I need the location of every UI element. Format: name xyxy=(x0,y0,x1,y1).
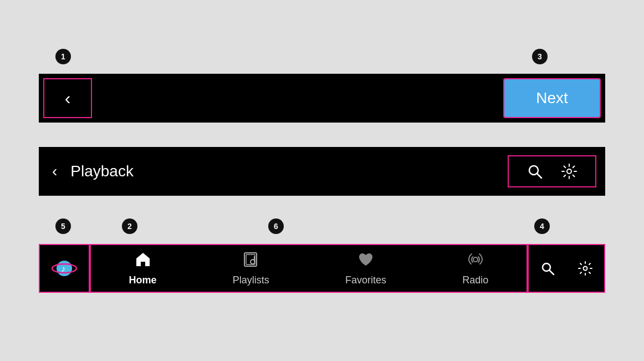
top-bar: ‹ Next xyxy=(39,74,605,123)
svg-line-12 xyxy=(550,271,554,275)
nav-item-radio[interactable]: Radio xyxy=(449,246,502,291)
settings-button-bottom[interactable] xyxy=(573,258,597,278)
home-icon xyxy=(134,251,152,272)
second-bar: ‹ Playback xyxy=(39,147,605,196)
chevron-left-icon: ‹ xyxy=(65,88,71,109)
annotation-4: 4 xyxy=(534,218,550,234)
back-button-top[interactable]: ‹ xyxy=(43,78,92,118)
logo-area[interactable]: ♪ xyxy=(39,244,90,293)
back-button-second[interactable]: ‹ xyxy=(48,158,62,185)
svg-point-2 xyxy=(567,169,571,174)
radio-icon xyxy=(467,251,484,272)
nav-item-home[interactable]: Home xyxy=(116,246,170,291)
second-bar-left: ‹ Playback xyxy=(48,158,134,185)
favorites-label: Favorites xyxy=(345,274,386,286)
svg-point-13 xyxy=(584,267,587,271)
annotation-3: 3 xyxy=(532,49,548,64)
svg-point-10 xyxy=(473,257,478,262)
playlists-label: Playlists xyxy=(233,274,269,286)
search-button-top[interactable] xyxy=(518,161,552,182)
svg-text:♪: ♪ xyxy=(61,264,65,273)
home-label: Home xyxy=(129,274,157,286)
playback-title: Playback xyxy=(70,162,134,180)
logo-icon: ♪ xyxy=(50,254,79,283)
nav-items: Home Playlists Favorites xyxy=(90,244,528,293)
annotation-5: 5 xyxy=(55,218,71,234)
radio-label: Radio xyxy=(462,274,488,286)
nav-item-favorites[interactable]: Favorites xyxy=(332,246,400,291)
second-bar-controls xyxy=(508,155,596,187)
settings-button-top[interactable] xyxy=(552,161,586,182)
bottom-right-controls xyxy=(528,244,605,293)
bottom-bar: ♪ Home Playlists xyxy=(39,244,605,293)
next-button[interactable]: Next xyxy=(503,78,601,118)
playlists-icon xyxy=(242,251,260,272)
nav-item-playlists[interactable]: Playlists xyxy=(219,246,283,291)
annotation-1: 1 xyxy=(55,49,71,64)
annotation-6: 6 xyxy=(268,218,284,234)
annotation-2: 2 xyxy=(122,218,137,234)
search-button-bottom[interactable] xyxy=(535,258,560,278)
svg-line-1 xyxy=(537,174,541,178)
favorites-icon xyxy=(357,251,375,272)
next-label: Next xyxy=(536,89,568,107)
